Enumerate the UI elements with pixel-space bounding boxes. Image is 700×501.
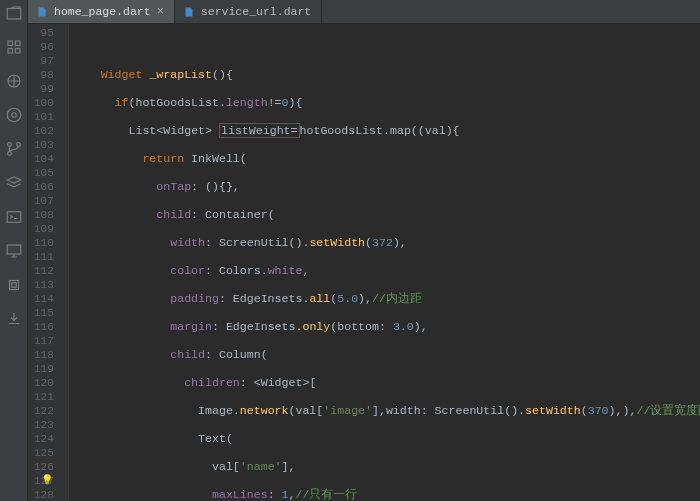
code-editor[interactable]: 9596979899100101102103104105106107108109…: [28, 24, 700, 501]
svg-rect-11: [7, 212, 21, 223]
dart-file-icon: [36, 6, 48, 18]
line-number: 107: [34, 194, 54, 208]
line-number: 101: [34, 110, 54, 124]
build-icon[interactable]: [5, 106, 23, 124]
line-number: 100: [34, 96, 54, 110]
dart-file-icon: [183, 6, 195, 18]
line-number: 98: [34, 68, 54, 82]
line-number: 95: [34, 26, 54, 40]
tab-service-url[interactable]: service_url.dart: [175, 0, 322, 23]
tab-home-page[interactable]: home_page.dart ×: [28, 0, 175, 23]
favorites-icon[interactable]: [5, 72, 23, 90]
line-number: 97: [34, 54, 54, 68]
line-number: 128: [34, 488, 54, 501]
editor-area: home_page.dart × service_url.dart 959697…: [28, 0, 700, 501]
svg-point-10: [7, 152, 11, 156]
line-number: 113: [34, 278, 54, 292]
svg-rect-1: [8, 41, 13, 46]
line-number: 111: [34, 250, 54, 264]
layers-icon[interactable]: [5, 174, 23, 192]
line-number: 110: [34, 236, 54, 250]
line-number: 105: [34, 166, 54, 180]
svg-point-8: [7, 143, 11, 147]
project-icon[interactable]: [5, 4, 23, 22]
close-icon[interactable]: ×: [157, 6, 164, 18]
line-number: 109: [34, 222, 54, 236]
intention-bulb-icon[interactable]: 💡: [41, 474, 53, 488]
line-number: 118: [34, 348, 54, 362]
line-number: 115: [34, 306, 54, 320]
svg-rect-0: [7, 9, 21, 20]
line-number: 116: [34, 320, 54, 334]
line-number: 120: [34, 376, 54, 390]
line-number: 127💡: [34, 474, 54, 488]
tab-label: home_page.dart: [54, 5, 151, 18]
line-number: 103: [34, 138, 54, 152]
svg-rect-3: [8, 49, 13, 54]
line-number: 124: [34, 432, 54, 446]
chip-icon[interactable]: [5, 276, 23, 294]
line-number: 112: [34, 264, 54, 278]
line-number: 106: [34, 180, 54, 194]
app-root: home_page.dart × service_url.dart 959697…: [0, 0, 700, 501]
line-number: 108: [34, 208, 54, 222]
line-number: 123: [34, 418, 54, 432]
svg-rect-4: [15, 49, 20, 54]
svg-rect-14: [11, 283, 16, 288]
line-number: 104: [34, 152, 54, 166]
line-number: 121: [34, 390, 54, 404]
svg-rect-12: [7, 245, 21, 254]
svg-rect-2: [15, 41, 20, 46]
line-number: 126: [34, 460, 54, 474]
structure-icon[interactable]: [5, 38, 23, 56]
monitor-icon[interactable]: [5, 242, 23, 260]
svg-point-9: [16, 143, 20, 147]
branch-icon[interactable]: [5, 140, 23, 158]
svg-rect-13: [9, 281, 18, 290]
line-number: 102: [34, 124, 54, 138]
line-number: 99: [34, 82, 54, 96]
activity-bar: [0, 0, 28, 501]
line-number-gutter: 9596979899100101102103104105106107108109…: [28, 24, 69, 501]
terminal-icon[interactable]: [5, 208, 23, 226]
line-number: 114: [34, 292, 54, 306]
line-number: 125: [34, 446, 54, 460]
line-number: 96: [34, 40, 54, 54]
line-number: 122: [34, 404, 54, 418]
tab-bar: home_page.dart × service_url.dart: [28, 0, 700, 24]
svg-point-7: [11, 113, 16, 118]
download-icon[interactable]: [5, 310, 23, 328]
tab-label: service_url.dart: [201, 5, 311, 18]
line-number: 117: [34, 334, 54, 348]
line-number: 119: [34, 362, 54, 376]
svg-point-6: [7, 108, 21, 122]
code-content[interactable]: Widget _wrapList(){ if(hotGoodsList.leng…: [69, 24, 700, 501]
